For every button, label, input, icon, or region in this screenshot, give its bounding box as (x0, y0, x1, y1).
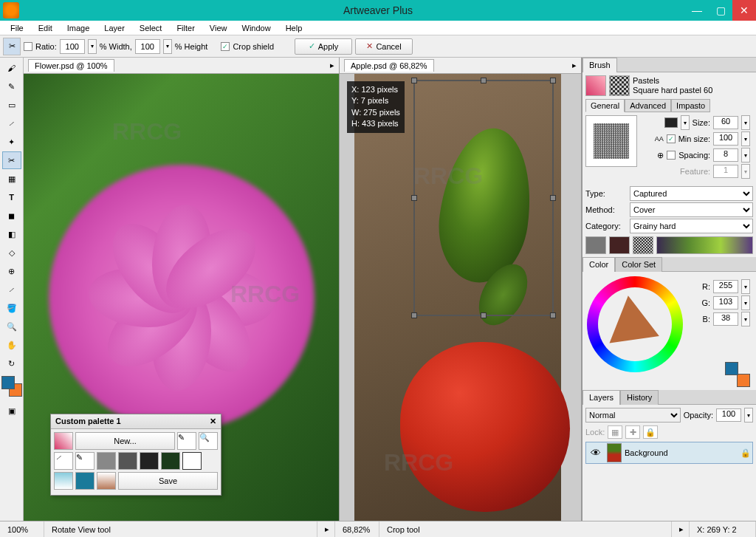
menu-layer[interactable]: Layer (97, 22, 132, 34)
canvas-apple[interactable]: X: 123 pixels Y: 7 pixels W: 275 pixels … (340, 74, 581, 521)
lock-pixels-icon[interactable]: ▦ (608, 425, 622, 439)
palette-brush-icon[interactable] (54, 432, 73, 450)
palette-save-button[interactable]: Save (118, 472, 218, 490)
eraser-tool-icon[interactable]: ◇ (2, 244, 21, 261)
doc-menu-icon[interactable]: ▸ (572, 61, 577, 70)
menu-file[interactable]: File (3, 22, 31, 34)
current-tool-icon[interactable]: ✂ (3, 38, 21, 55)
cancel-button[interactable]: ✕Cancel (355, 38, 413, 55)
palette-swatch[interactable]: ✎ (75, 452, 94, 470)
crop-selection[interactable] (413, 80, 554, 316)
brush-panel-tab[interactable]: Brush (583, 58, 617, 72)
brush-tab-advanced[interactable]: Advanced (625, 99, 671, 112)
crop-shield-checkbox[interactable]: ✓ (221, 42, 230, 51)
b-input[interactable]: 38 (713, 312, 738, 326)
brush-category-select[interactable]: Grainy hard (630, 219, 753, 233)
palette-swatch[interactable] (182, 452, 202, 470)
doc-tab-flower[interactable]: Flower.psd @ 100% (28, 59, 114, 72)
fill-tool-icon[interactable]: 🪣 (2, 299, 21, 317)
brush-category-icon[interactable] (585, 75, 606, 96)
brush-method-select[interactable]: Cover (630, 202, 753, 217)
hand-tool-icon[interactable]: ✋ (2, 336, 21, 354)
color-triangle[interactable] (603, 293, 659, 343)
lasso-tool-icon[interactable]: ⟋ (2, 114, 21, 132)
perspective-tool-icon[interactable]: ▦ (2, 170, 21, 188)
spacing-checkbox[interactable] (667, 151, 676, 160)
fg-color[interactable] (725, 362, 738, 375)
menu-view[interactable]: View (202, 22, 235, 34)
lock-all-icon[interactable]: 🔒 (643, 425, 658, 439)
palette-swatch[interactable] (97, 472, 116, 490)
status-icon[interactable]: ▸ (317, 521, 335, 537)
colorset-tab[interactable]: Color Set (615, 257, 662, 272)
texture-swatch[interactable] (585, 236, 606, 254)
size-input[interactable]: 60 (713, 116, 738, 129)
palette-swatch[interactable] (118, 452, 137, 470)
layers-panel-tab[interactable]: Layers (583, 390, 620, 405)
zoom-tool-icon[interactable]: 🔍 (2, 318, 21, 335)
opacity-input[interactable]: 100 (716, 408, 741, 422)
brush-shape-icon[interactable] (664, 117, 678, 128)
custom-palette[interactable]: Custom palette 1✕ New... ✎ 🔍 ⟋ ✎ (50, 414, 221, 496)
status-zoom-right[interactable]: 68,82% (335, 521, 379, 537)
palette-swatch[interactable] (75, 472, 94, 490)
brush-tab-impasto[interactable]: Impasto (671, 99, 710, 112)
crop-tool-icon[interactable]: ✂ (2, 151, 21, 169)
wand-tool-icon[interactable]: ✦ (2, 133, 21, 151)
custom-palette-close-icon[interactable]: ✕ (210, 417, 216, 426)
color-swatches[interactable] (1, 376, 22, 397)
height-input[interactable]: 100 (135, 39, 160, 54)
menu-select[interactable]: Select (132, 22, 170, 34)
menu-image[interactable]: Image (60, 22, 97, 34)
bg-color[interactable] (737, 374, 750, 387)
blend-mode-select[interactable]: Normal (585, 408, 681, 423)
g-input[interactable]: 103 (713, 296, 738, 309)
menu-filter[interactable]: Filter (169, 22, 202, 34)
minimize-button[interactable]: — (685, 0, 709, 21)
view-mode-icon[interactable]: ▣ (2, 402, 21, 420)
menu-edit[interactable]: Edit (31, 22, 60, 34)
apply-button[interactable]: ✓Apply (295, 38, 352, 55)
ratio-checkbox[interactable] (24, 42, 32, 51)
gradient-swatch[interactable] (656, 236, 753, 254)
menu-window[interactable]: Window (235, 22, 278, 34)
palette-swatch[interactable] (54, 472, 73, 490)
maximize-button[interactable]: ▢ (709, 0, 732, 21)
palette-tool-icon[interactable]: ✎ (177, 432, 196, 450)
feature-input[interactable]: 1 (713, 165, 738, 178)
texture-swatch[interactable] (633, 236, 653, 254)
marquee-tool-icon[interactable]: ▭ (2, 96, 21, 114)
width-dropdown[interactable]: ▾ (88, 39, 97, 54)
doc-tab-apple[interactable]: Apple.psd @ 68,82% (344, 59, 434, 72)
palette-new-button[interactable]: New... (75, 432, 175, 450)
palette-swatch[interactable] (97, 452, 116, 470)
status-icon[interactable]: ▸ (672, 521, 690, 537)
brush-tab-general[interactable]: General (585, 99, 625, 112)
history-tab[interactable]: History (620, 390, 659, 405)
color-panel-tab[interactable]: Color (583, 257, 615, 272)
height-dropdown[interactable]: ▾ (163, 39, 172, 54)
rotate-tool-icon[interactable]: ↻ (2, 355, 21, 372)
lock-position-icon[interactable]: ✚ (625, 425, 640, 439)
texture-swatch[interactable] (609, 236, 630, 254)
gradient-tool-icon[interactable]: ◧ (2, 225, 21, 243)
r-input[interactable]: 255 (713, 280, 738, 293)
status-zoom-left[interactable]: 100% (0, 521, 44, 537)
brush-texture-icon[interactable] (609, 75, 630, 96)
foreground-color-swatch[interactable] (1, 376, 15, 389)
layer-row-background[interactable]: 👁 Background 🔒 (585, 442, 753, 464)
palette-swatch[interactable] (140, 452, 159, 470)
shape-tool-icon[interactable]: ◼ (2, 207, 21, 225)
palette-swatch[interactable]: ⟋ (54, 452, 73, 470)
pencil-tool-icon[interactable]: ✎ (2, 78, 21, 95)
palette-zoom-icon[interactable]: 🔍 (199, 432, 218, 450)
layer-visibility-icon[interactable]: 👁 (588, 447, 604, 459)
menu-help[interactable]: Help (278, 22, 310, 34)
minsize-input[interactable]: 100 (713, 132, 738, 146)
close-button[interactable]: ✕ (732, 0, 756, 21)
eyedropper-tool-icon[interactable]: ⟋ (2, 281, 21, 298)
palette-swatch[interactable] (161, 452, 180, 470)
brush-type-select[interactable]: Captured (630, 186, 753, 201)
width-input[interactable]: 100 (60, 39, 85, 54)
text-tool-icon[interactable]: T (2, 188, 21, 206)
